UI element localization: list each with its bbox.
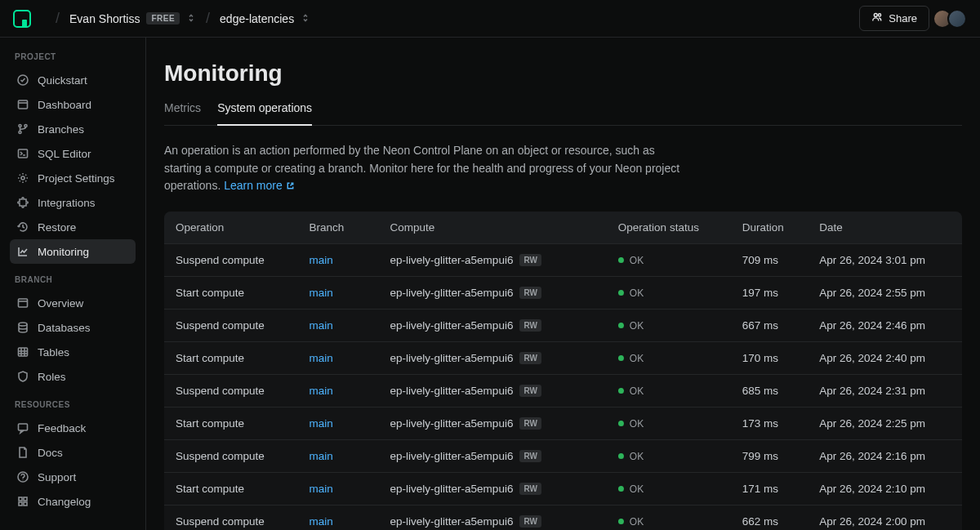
sidebar-item-integrations[interactable]: Integrations (10, 190, 136, 215)
external-link-icon (286, 179, 295, 192)
learn-more-link[interactable]: Learn more (224, 179, 294, 192)
avatar-stack[interactable] (938, 9, 967, 29)
rw-badge: RW (519, 352, 541, 364)
sidebar-item-overview[interactable]: Overview (10, 291, 136, 315)
branch-link[interactable]: main (310, 417, 333, 430)
grid-icon (16, 495, 29, 508)
operation-cell: Suspend compute (164, 506, 298, 530)
compute-name: ep-lively-glitter-a5empui6 (390, 450, 514, 462)
svg-rect-16 (19, 502, 22, 506)
status-text: OK (630, 287, 644, 299)
compute-name: ep-lively-glitter-a5empui6 (390, 287, 514, 299)
operation-cell: Start compute (164, 473, 298, 506)
sidebar-item-restore[interactable]: Restore (10, 215, 136, 239)
sidebar: PROJECTQuickstartDashboardBranchesSQL Ed… (0, 38, 146, 530)
sidebar-item-label: SQL Editor (38, 148, 91, 160)
svg-rect-14 (19, 497, 22, 501)
sidebar-item-label: Integrations (38, 197, 96, 209)
branch-link[interactable]: main (310, 352, 333, 364)
date-cell: Apr 26, 2024 2:40 pm (808, 342, 962, 375)
svg-point-4 (19, 125, 21, 127)
status-text: OK (630, 255, 644, 266)
sidebar-item-branches[interactable]: Branches (10, 117, 136, 141)
duration-cell: 685 ms (731, 375, 808, 408)
svg-rect-11 (19, 348, 28, 356)
svg-rect-3 (19, 100, 28, 109)
shield-icon (16, 370, 29, 383)
chevron-up-down-icon[interactable] (301, 12, 310, 25)
sidebar-item-project-settings[interactable]: Project Settings (10, 166, 136, 190)
table-row: Suspend computemainep-lively-glitter-a5e… (164, 310, 962, 342)
compute-name: ep-lively-glitter-a5empui6 (390, 319, 514, 332)
status-dot-icon (618, 519, 624, 524)
status-dot-icon (618, 421, 624, 426)
breadcrumb-owner[interactable]: Evan Shortiss FREE (69, 12, 196, 25)
sidebar-item-label: Dashboard (38, 99, 91, 111)
window-icon (16, 296, 29, 310)
status-dot-icon (618, 257, 624, 263)
svg-point-1 (879, 14, 881, 16)
sidebar-item-quickstart[interactable]: Quickstart (10, 68, 136, 92)
column-header: Compute (379, 212, 607, 244)
svg-point-5 (19, 131, 21, 134)
sidebar-item-tables[interactable]: Tables (10, 340, 136, 364)
status-text: OK (630, 353, 644, 364)
sidebar-item-feedback[interactable]: Feedback (10, 416, 136, 440)
database-icon (16, 321, 29, 334)
status-dot-icon (618, 355, 624, 361)
operation-cell: Start compute (164, 277, 298, 310)
tab-system-operations[interactable]: System operations (217, 101, 312, 126)
duration-cell: 197 ms (731, 277, 808, 310)
column-header: Date (808, 212, 962, 244)
sidebar-item-label: Project Settings (38, 172, 115, 185)
branch-link[interactable]: main (310, 450, 333, 462)
compute-name: ep-lively-glitter-a5empui6 (390, 352, 514, 364)
branch-link[interactable]: main (310, 385, 333, 397)
sidebar-item-label: Monitoring (38, 246, 89, 258)
svg-rect-9 (19, 299, 28, 307)
sidebar-item-docs[interactable]: Docs (10, 440, 136, 465)
date-cell: Apr 26, 2024 2:25 pm (808, 408, 962, 440)
sidebar-item-label: Databases (38, 322, 91, 334)
column-header: Duration (731, 212, 808, 244)
table-row: Suspend computemainep-lively-glitter-a5e… (164, 506, 962, 530)
branch-link[interactable]: main (310, 287, 333, 299)
rw-badge: RW (519, 287, 541, 299)
branch-link[interactable]: main (310, 319, 333, 332)
share-button[interactable]: Share (859, 6, 929, 31)
share-label: Share (889, 12, 917, 24)
sidebar-group-label: BRANCH (15, 275, 136, 284)
sidebar-item-label: Overview (38, 297, 83, 310)
sidebar-item-changelog[interactable]: Changelog (10, 489, 136, 514)
sidebar-item-sql-editor[interactable]: SQL Editor (10, 141, 136, 166)
tabs: MetricsSystem operations (164, 101, 962, 126)
column-header: Branch (298, 212, 379, 244)
breadcrumb-project[interactable]: edge-latencies (220, 12, 310, 25)
sidebar-item-support[interactable]: Support (10, 465, 136, 489)
sidebar-item-monitoring[interactable]: Monitoring (10, 239, 136, 264)
tab-metrics[interactable]: Metrics (164, 101, 201, 125)
sidebar-item-dashboard[interactable]: Dashboard (10, 92, 136, 117)
operation-cell: Start compute (164, 408, 298, 440)
line-chart-icon (16, 245, 29, 258)
chevron-up-down-icon[interactable] (186, 12, 196, 25)
sidebar-item-roles[interactable]: Roles (10, 364, 136, 389)
date-cell: Apr 26, 2024 2:55 pm (808, 277, 962, 310)
avatar[interactable] (947, 9, 967, 29)
sidebar-item-databases[interactable]: Databases (10, 315, 136, 340)
branch-link[interactable]: main (310, 483, 333, 495)
neon-logo[interactable] (13, 10, 31, 28)
main-content: Monitoring MetricsSystem operations An o… (146, 38, 980, 530)
status-dot-icon (618, 323, 624, 328)
gear-icon (16, 171, 29, 185)
rw-badge: RW (519, 385, 541, 397)
compute-name: ep-lively-glitter-a5empui6 (390, 254, 514, 266)
sidebar-item-label: Roles (38, 371, 66, 383)
sidebar-item-label: Changelog (38, 496, 91, 508)
branch-link[interactable]: main (310, 515, 333, 528)
status-dot-icon (618, 290, 624, 296)
date-cell: Apr 26, 2024 2:10 pm (808, 473, 962, 506)
status-text: OK (630, 320, 644, 332)
branch-link[interactable]: main (310, 254, 333, 266)
svg-point-6 (24, 125, 27, 127)
